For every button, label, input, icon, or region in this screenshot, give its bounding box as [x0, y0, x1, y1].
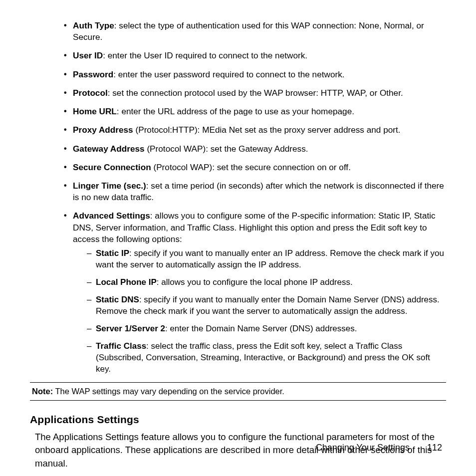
item-text: : enter the User ID required to connect …	[103, 50, 307, 60]
list-item: Server 1/Server 2: enter the Domain Name…	[87, 323, 446, 335]
item-label: Gateway Address	[73, 144, 145, 154]
item-text: : enter the URL address of the page to u…	[117, 106, 354, 116]
list-item: Protocol: set the connection protocol us…	[64, 87, 446, 99]
list-item: Secure Connection (Protocol WAP): set th…	[64, 162, 446, 173]
page-number: 112	[427, 443, 442, 453]
item-text: (Protocol WAP): set the secure connectio…	[151, 162, 351, 172]
list-item: Password: enter the user password requir…	[64, 69, 446, 80]
list-item: Local Phone IP: allows you to configure …	[87, 277, 446, 288]
item-label: Traffic Class	[96, 341, 146, 351]
list-item: Static IP: specify if you want to manual…	[87, 248, 446, 271]
item-text: : allows you to configure the local phon…	[157, 277, 353, 287]
note-block: Note: The WAP settings may vary dependin…	[30, 382, 446, 401]
bullet-list: Auth Type: select the type of authentica…	[30, 20, 446, 375]
item-text: (Protocol WAP): set the Gateway Address.	[145, 144, 308, 154]
list-item: Advanced Settings: allows you to configu…	[64, 210, 446, 375]
page: Auth Type: select the type of authentica…	[0, 0, 476, 476]
list-item: User ID: enter the User ID required to c…	[64, 50, 446, 61]
item-label: Static DNS	[96, 295, 139, 304]
item-text: : specify if you want to manually enter …	[96, 248, 444, 269]
item-label: Static IP	[96, 248, 129, 258]
item-label: Linger Time (sec.)	[73, 181, 146, 191]
dash-list: Static IP: specify if you want to manual…	[73, 248, 446, 375]
item-label: Protocol	[73, 88, 108, 98]
list-item: Static DNS: specify if you want to manua…	[87, 294, 446, 317]
item-text: (Protocol:HTTP): MEdia Net set as the pr…	[133, 125, 401, 135]
note-text: The WAP settings may vary depending on t…	[53, 387, 284, 396]
item-text: : set the connection protocol used by th…	[108, 88, 403, 98]
item-text: : enter the user password required to co…	[113, 69, 344, 79]
item-text: : specify if you want to manually enter …	[96, 295, 440, 316]
item-text: : select the traffic class, press the Ed…	[96, 341, 430, 374]
section-heading: Applications Settings	[30, 414, 446, 426]
list-item: Traffic Class: select the traffic class,…	[87, 341, 446, 375]
item-label: Password	[73, 69, 113, 79]
list-item: Proxy Address (Protocol:HTTP): MEdia Net…	[64, 124, 446, 136]
item-label: Auth Type	[73, 20, 114, 30]
footer-title: Changing Your Settings	[316, 443, 410, 453]
item-label: Local Phone IP	[96, 277, 157, 287]
item-label: Home URL	[73, 106, 117, 116]
list-item: Home URL: enter the URL address of the p…	[64, 106, 446, 117]
item-label: Advanced Settings	[73, 211, 150, 221]
note-label: Note:	[32, 387, 53, 396]
list-item: Linger Time (sec.): set a time period (i…	[64, 180, 446, 203]
item-text: : select the type of authentication used…	[73, 20, 424, 42]
list-item: Auth Type: select the type of authentica…	[64, 20, 446, 43]
item-label: Secure Connection	[73, 162, 151, 172]
item-label: User ID	[73, 50, 103, 60]
item-label: Server 1/Server 2	[96, 324, 165, 333]
page-footer: Changing Your Settings 112	[316, 443, 442, 453]
item-text: : enter the Domain Name Server (DNS) add…	[165, 324, 357, 333]
item-label: Proxy Address	[73, 125, 133, 135]
list-item: Gateway Address (Protocol WAP): set the …	[64, 143, 446, 155]
